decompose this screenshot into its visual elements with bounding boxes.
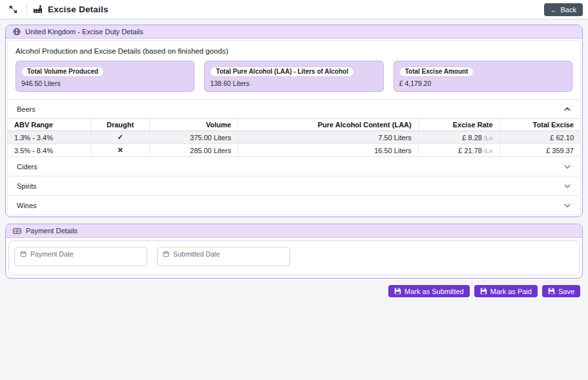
table-row: 3.5% - 8.4% ✕ 285.00 Liters 16.50 Liters… bbox=[8, 144, 580, 157]
production-panel: Alcohol Production and Excise Details (b… bbox=[7, 40, 581, 215]
col-total-excise: Total Excise bbox=[499, 119, 580, 131]
payment-card-header: Payment Details bbox=[6, 224, 582, 238]
calendar-icon bbox=[20, 250, 26, 257]
page-title: Excise Details bbox=[48, 5, 109, 14]
accordion-label: Spirits bbox=[17, 182, 37, 190]
payment-details-card: Payment Details Payment Date bbox=[5, 224, 583, 279]
save-button[interactable]: Save bbox=[542, 285, 580, 297]
button-label: Save bbox=[558, 288, 574, 295]
chevron-down-icon bbox=[563, 202, 571, 209]
expand-diagonal-button[interactable] bbox=[5, 3, 21, 17]
cell-laa: 16.50 Liters bbox=[238, 144, 418, 157]
cell-total: £ 359.37 bbox=[499, 144, 580, 157]
cell-volume: 285.00 Liters bbox=[150, 144, 238, 157]
topbar: Excise Details ← Back bbox=[0, 0, 588, 19]
cross-icon: ✕ bbox=[90, 144, 149, 157]
cell-abv: 3.5% - 8.4% bbox=[8, 144, 90, 157]
cell-volume: 375.00 Liters bbox=[150, 131, 238, 144]
payment-date-input[interactable]: Payment Date bbox=[14, 247, 147, 266]
save-icon bbox=[394, 288, 401, 295]
beers-table-header-row: ABV Range Draught Volume Pure Alcohol Co… bbox=[8, 119, 580, 131]
summary-value: £ 4,179.20 bbox=[399, 79, 567, 87]
back-button[interactable]: ← Back bbox=[544, 3, 583, 16]
summary-card-total-excise: Total Excise Amount £ 4,179.20 bbox=[394, 61, 572, 92]
button-label: Mark as Submitted bbox=[404, 288, 464, 295]
button-label: Mark as Paid bbox=[490, 288, 532, 295]
table-row: 1.3% - 3.4% ✓ 375.00 Liters 7.50 Liters … bbox=[8, 131, 580, 144]
summary-value: 138.60 Liters bbox=[210, 79, 377, 87]
accordion-header-spirits[interactable]: Spirits bbox=[8, 176, 580, 195]
topbar-divider bbox=[26, 5, 27, 14]
beers-table: ABV Range Draught Volume Pure Alcohol Co… bbox=[8, 118, 580, 156]
col-abv-range: ABV Range bbox=[8, 119, 90, 131]
cell-rate: £ 8.28 /LA bbox=[418, 131, 499, 144]
summary-value: 946.50 Liters bbox=[21, 79, 189, 87]
chevron-down-icon bbox=[563, 182, 571, 190]
accordion-section-wines: Wines bbox=[8, 195, 580, 215]
globe-icon bbox=[13, 28, 21, 36]
col-pure-alcohol: Pure Alcohol Content (LAA) bbox=[238, 119, 418, 131]
save-icon bbox=[548, 288, 555, 295]
chevron-down-icon bbox=[563, 163, 571, 171]
back-button-label: Back bbox=[561, 6, 576, 14]
mark-as-submitted-button[interactable]: Mark as Submitted bbox=[388, 285, 470, 297]
summary-card-total-volume: Total Volume Produced 946.50 Liters bbox=[16, 61, 194, 92]
payment-card-title: Payment Details bbox=[26, 227, 78, 235]
accordion-label: Ciders bbox=[17, 163, 37, 171]
excise-card-header: United Kingdom - Excise Duty Details bbox=[6, 25, 582, 39]
date-input-label: Submitted Date bbox=[173, 250, 220, 258]
summary-row: Total Volume Produced 946.50 Liters Tota… bbox=[8, 55, 580, 99]
rate-unit: /LA bbox=[484, 135, 493, 142]
chevron-up-icon bbox=[563, 105, 571, 113]
rate-unit: /LA bbox=[484, 148, 493, 154]
excise-card-title: United Kingdom - Excise Duty Details bbox=[25, 28, 143, 36]
page-content: United Kingdom - Excise Duty Details Alc… bbox=[0, 19, 588, 302]
arrow-left-icon: ← bbox=[551, 6, 558, 14]
mark-as-paid-button[interactable]: Mark as Paid bbox=[474, 285, 538, 297]
excise-duty-card: United Kingdom - Excise Duty Details Alc… bbox=[5, 25, 583, 217]
summary-badge: Total Volume Produced bbox=[21, 67, 104, 77]
payment-panel: Payment Date Submitted Date bbox=[8, 240, 580, 275]
accordion-header-wines[interactable]: Wines bbox=[8, 196, 580, 215]
calendar-icon bbox=[163, 250, 169, 257]
check-icon: ✓ bbox=[90, 131, 149, 144]
submitted-date-input[interactable]: Submitted Date bbox=[157, 247, 290, 266]
cell-rate: £ 21.78 /LA bbox=[418, 144, 499, 157]
accordion-section-ciders: Ciders bbox=[8, 156, 580, 176]
date-input-label: Payment Date bbox=[30, 250, 74, 258]
banknote-icon bbox=[13, 227, 21, 235]
expand-diagonal-icon bbox=[9, 5, 17, 14]
summary-badge: Total Excise Amount bbox=[399, 67, 474, 77]
cell-total: £ 62.10 bbox=[499, 131, 580, 144]
col-draught: Draught bbox=[90, 119, 149, 131]
accordion-label: Beers bbox=[17, 105, 36, 113]
accordion-label: Wines bbox=[17, 202, 37, 209]
production-section-title: Alcohol Production and Excise Details (b… bbox=[8, 41, 580, 55]
accordion-header-beers[interactable]: Beers bbox=[8, 100, 580, 118]
col-volume: Volume bbox=[150, 119, 238, 131]
col-excise-rate: Excise Rate bbox=[418, 119, 499, 131]
accordion-header-ciders[interactable]: Ciders bbox=[8, 157, 580, 176]
summary-card-total-pure-alcohol: Total Pure Alcohol (LAA) - Liters of Alc… bbox=[204, 61, 383, 92]
save-icon bbox=[480, 288, 487, 295]
summary-badge: Total Pure Alcohol (LAA) - Liters of Alc… bbox=[210, 67, 354, 77]
action-bar: Mark as Submitted Mark as Paid Save bbox=[5, 279, 583, 297]
cell-laa: 7.50 Liters bbox=[238, 131, 418, 144]
cell-abv: 1.3% - 3.4% bbox=[8, 131, 90, 144]
accordion-section-spirits: Spirits bbox=[8, 176, 580, 195]
factory-icon bbox=[33, 5, 43, 14]
accordion-section-beers: Beers bbox=[8, 99, 580, 156]
